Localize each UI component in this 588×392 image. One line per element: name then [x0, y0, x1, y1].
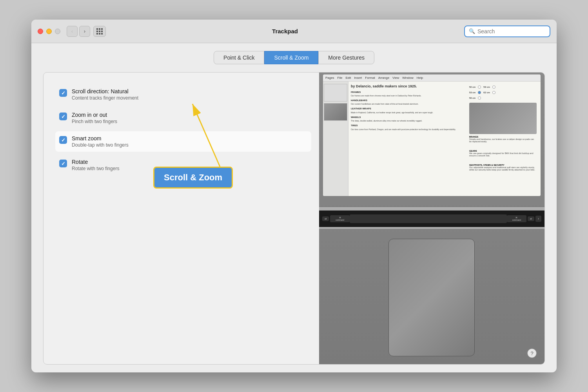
grid-icon	[96, 28, 103, 34]
setting-scroll-direction: ✓ Scroll direction: Natural Content trac…	[55, 84, 311, 105]
maximize-button[interactable]	[55, 29, 60, 34]
command-right-label: ⌘ command	[512, 216, 521, 221]
setting-rotate-text: Rotate Rotate with two fingers	[72, 159, 119, 171]
grid-button[interactable]	[93, 26, 106, 37]
setting-rotate-title: Rotate	[72, 159, 119, 165]
checkbox-zoom-in-out[interactable]: ✓	[59, 113, 67, 120]
setting-scroll-direction-text: Scroll direction: Natural Content tracks…	[72, 88, 138, 101]
nav-buttons: ‹ ›	[67, 26, 106, 37]
checkmark-icon: ✓	[61, 114, 65, 120]
trackpad	[388, 239, 475, 356]
tabs-bar: Point & Click Scroll & Zoom More Gesture…	[43, 51, 545, 64]
checkmark-icon: ✓	[61, 90, 65, 96]
content-area: Point & Click Scroll & Zoom More Gesture…	[31, 43, 557, 372]
help-button[interactable]: ?	[527, 348, 537, 358]
traffic-lights	[38, 29, 60, 34]
tab-more-gestures[interactable]: More Gestures	[318, 51, 374, 64]
back-button[interactable]: ‹	[67, 26, 78, 37]
setting-scroll-direction-title: Scroll direction: Natural	[72, 88, 138, 94]
screen-menubar: Pages File Edit Insert Format Arrange Vi…	[323, 74, 541, 82]
setting-zoom-in-out-subtitle: Pinch with two fingers	[72, 119, 117, 124]
close-button[interactable]	[38, 29, 43, 34]
setting-zoom-in-out-text: Zoom in or out Pinch with two fingers	[72, 112, 117, 124]
laptop-screen: Pages File Edit Insert Format Arrange Vi…	[323, 74, 541, 196]
setting-scroll-direction-subtitle: Content tracks finger movement	[72, 95, 138, 101]
checkbox-rotate[interactable]: ✓	[59, 160, 67, 167]
alt-right-label: alt	[530, 218, 532, 220]
setting-zoom-in-out-title: Zoom in or out	[72, 112, 117, 118]
keyboard-bar: alt ⌘ command	[319, 211, 544, 227]
tab-scroll-zoom[interactable]: Scroll & Zoom	[264, 51, 318, 64]
setting-smart-zoom: ✓ Smart zoom Double-tap with two fingers	[55, 131, 311, 152]
minimize-button[interactable]	[46, 29, 52, 34]
back-icon: ‹	[71, 28, 73, 34]
search-box[interactable]: 🔍	[464, 25, 550, 37]
alt-left-key: alt	[322, 216, 329, 221]
checkmark-icon: ✓	[61, 161, 65, 167]
left-key-group: alt ⌘ command	[322, 215, 350, 222]
alt-left-label: alt	[325, 218, 327, 220]
search-icon: 🔍	[469, 28, 475, 34]
command-left-label: ⌘ command	[336, 216, 344, 221]
setting-zoom-in-out: ✓ Zoom in or out Pinch with two fingers	[55, 108, 311, 128]
setting-smart-zoom-subtitle: Double-tap with two fingers	[72, 142, 129, 148]
setting-smart-zoom-title: Smart zoom	[72, 135, 129, 142]
forward-button[interactable]: ›	[79, 26, 90, 37]
arrow-right-key: ›	[535, 216, 541, 222]
main-window: ‹ › Trackpad 🔍 Point & Click Scroll & Z	[31, 20, 557, 372]
checkbox-smart-zoom[interactable]: ✓	[59, 136, 67, 144]
trackpad-preview: Pages File Edit Insert Format Arrange Vi…	[319, 73, 544, 364]
settings-list: ✓ Scroll direction: Natural Content trac…	[44, 73, 319, 364]
checkmark-icon: ✓	[61, 137, 65, 143]
tab-point-click[interactable]: Point & Click	[214, 51, 264, 64]
search-input[interactable]	[477, 28, 546, 34]
checkbox-scroll-direction[interactable]: ✓	[59, 89, 67, 97]
window-title: Trackpad	[106, 28, 464, 34]
command-right-key: ⌘ command	[507, 215, 526, 222]
titlebar: ‹ › Trackpad 🔍	[31, 20, 557, 43]
command-left-key: ⌘ command	[330, 215, 350, 222]
spacebar	[350, 214, 507, 223]
forward-icon: ›	[84, 28, 85, 34]
alt-right-key: alt	[528, 216, 534, 221]
main-panel: ✓ Scroll direction: Natural Content trac…	[43, 72, 545, 365]
setting-smart-zoom-text: Smart zoom Double-tap with two fingers	[72, 135, 129, 148]
setting-rotate-subtitle: Rotate with two fingers	[72, 166, 119, 171]
scroll-zoom-tooltip: Scroll & Zoom	[153, 167, 233, 189]
right-key-group: ⌘ command alt ›	[507, 215, 541, 222]
preview-area: Pages File Edit Insert Format Arrange Vi…	[319, 73, 544, 364]
